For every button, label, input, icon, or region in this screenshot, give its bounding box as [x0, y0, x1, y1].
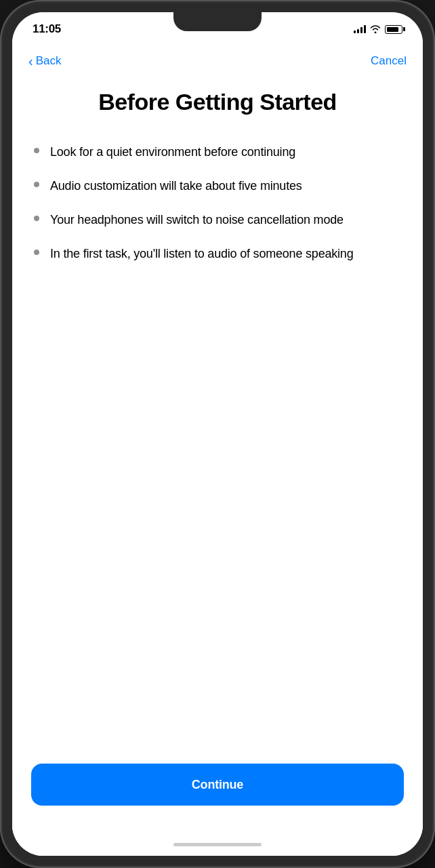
bullet-text-3: Your headphones will switch to noise can… [50, 211, 344, 229]
signal-bars-icon [354, 25, 366, 33]
signal-bar-3 [360, 27, 362, 33]
back-button[interactable]: ‹ Back [28, 54, 61, 68]
bullet-text-2: Audio customization will take about five… [50, 177, 302, 195]
status-icons [354, 25, 402, 34]
bullet-dot-icon [34, 250, 39, 255]
battery-icon [385, 25, 402, 34]
list-item: Audio customization will take about five… [34, 177, 401, 195]
bullet-dot-icon [34, 182, 39, 187]
bullet-dot-icon [34, 148, 39, 153]
bullet-dot-icon [34, 216, 39, 221]
back-label: Back [36, 54, 62, 68]
signal-bar-1 [354, 31, 356, 33]
phone-frame: 11:05 [0, 0, 435, 868]
continue-button[interactable]: Continue [31, 764, 404, 806]
list-item: Your headphones will switch to noise can… [34, 211, 401, 229]
back-chevron-icon: ‹ [28, 54, 33, 68]
cancel-button[interactable]: Cancel [371, 54, 407, 68]
page-title: Before Getting Started [34, 88, 401, 116]
bullet-text-1: Look for a quiet environment before cont… [50, 143, 295, 161]
screen: 11:05 [12, 12, 423, 856]
home-indicator-bar [173, 843, 262, 846]
home-indicator [12, 833, 423, 856]
bullet-text-4: In the first task, you'll listen to audi… [50, 245, 354, 262]
signal-bar-2 [357, 29, 359, 33]
list-item: In the first task, you'll listen to audi… [34, 245, 401, 262]
signal-bar-4 [364, 25, 366, 33]
wifi-icon [370, 25, 381, 33]
content-area: ‹ Back Cancel Before Getting Started Loo… [12, 46, 423, 856]
status-time: 11:05 [33, 22, 61, 36]
bullet-list: Look for a quiet environment before cont… [34, 143, 401, 262]
main-content: Before Getting Started Look for a quiet … [12, 75, 423, 753]
nav-bar: ‹ Back Cancel [12, 46, 423, 75]
battery-fill [387, 27, 398, 32]
notch [173, 12, 262, 31]
list-item: Look for a quiet environment before cont… [34, 143, 401, 161]
status-bar: 11:05 [12, 12, 423, 46]
button-area: Continue [12, 753, 423, 833]
